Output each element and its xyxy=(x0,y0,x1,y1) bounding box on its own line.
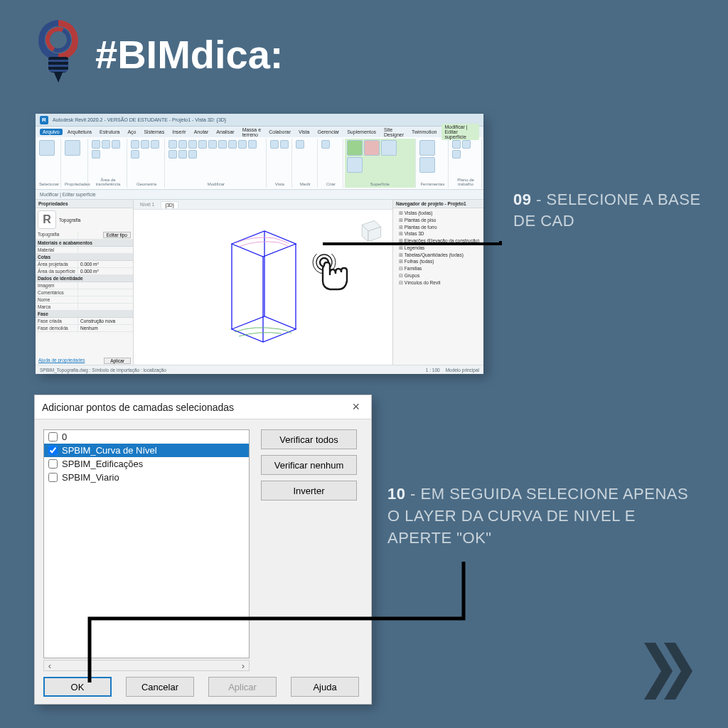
step-09-label: 09 - SELECIONE A BASE DE CAD xyxy=(513,189,705,231)
connector-09 xyxy=(323,241,513,267)
revit-ribbon: Selecionar Propriedades Área de transfer… xyxy=(36,137,483,190)
property-group: Fase xyxy=(36,311,133,318)
menu-item[interactable]: Massa e terreno xyxy=(240,127,264,138)
browser-item[interactable]: ⊞ Plantas de forro xyxy=(399,224,482,231)
menu-item[interactable]: Inserir xyxy=(169,129,188,135)
properties-apply-button[interactable]: Aplicar xyxy=(104,358,131,364)
view-tabs: Nível 1 {3D} xyxy=(134,200,392,210)
layer-label: SPBIM_Edificações xyxy=(62,459,143,469)
property-row[interactable]: Área projetada0.000 m² xyxy=(36,261,133,268)
svg-marker-3 xyxy=(232,231,296,257)
property-row[interactable]: Comentários xyxy=(36,289,133,296)
property-group: Cotas xyxy=(36,254,133,261)
status-left: SPBIM_Topografia.dwg : Símbolo de import… xyxy=(40,368,166,373)
menu-item[interactable]: Gerenciar xyxy=(314,129,342,135)
property-row[interactable]: Marca xyxy=(36,304,133,311)
layer-checkbox[interactable] xyxy=(48,473,58,482)
dialog-title: Adicionar pontos de camadas selecionadas xyxy=(42,402,234,413)
property-row[interactable]: Área da superfície0.000 m² xyxy=(36,268,133,275)
browser-item[interactable]: ⊞ Vistas 3D xyxy=(399,230,482,237)
bulb-icon xyxy=(36,20,82,88)
menu-item[interactable]: Suplementos xyxy=(344,129,379,135)
check-all-button[interactable]: Verificar todos xyxy=(261,429,357,449)
view-tab-active[interactable]: {3D} xyxy=(161,201,178,208)
property-row[interactable]: Fase demolidaNenhum xyxy=(36,325,133,332)
revit-menu: Arquivo Arquitetura Estrutura Aço Sistem… xyxy=(36,127,483,137)
file-menu[interactable]: Arquivo xyxy=(40,129,63,135)
page-title: #BIMdica: xyxy=(95,31,284,77)
menu-item[interactable]: Twinmotion xyxy=(409,129,439,135)
connector-10 xyxy=(82,562,466,687)
edit-type-button[interactable]: Editar tipo xyxy=(103,232,131,238)
properties-help-link[interactable]: Ajuda de propriedades xyxy=(38,358,85,364)
svg-marker-12 xyxy=(644,643,673,700)
project-browser: Navegador de projeto - Projeto1 ⊞ Vistas… xyxy=(392,200,483,365)
layer-label: SPBIM_Viario xyxy=(62,472,119,483)
revit-context-bar: Modificar | Editar superfície xyxy=(36,190,483,200)
menu-item[interactable]: Colaborar xyxy=(266,129,294,135)
menu-item[interactable]: Arquitetura xyxy=(65,129,95,135)
check-none-button[interactable]: Verificar nenhum xyxy=(261,455,357,475)
layer-label: SPBIM_Curva de Nível xyxy=(62,445,157,456)
view-tab[interactable]: Nível 1 xyxy=(136,201,158,208)
cad-base-object[interactable] xyxy=(218,225,310,358)
property-row[interactable]: Fase criadaConstrução nova xyxy=(36,318,133,325)
revit-canvas[interactable]: Nível 1 {3D} xyxy=(134,200,392,365)
status-scale: 1 : 100 xyxy=(426,368,440,373)
browser-header: Navegador de projeto - Projeto1 xyxy=(393,200,483,208)
menu-item[interactable]: Site Designer xyxy=(381,127,407,138)
properties-header: Propriedades xyxy=(36,200,133,208)
next-chevrons-icon[interactable] xyxy=(644,643,694,700)
menu-item[interactable]: Modificar | Editar superfície xyxy=(441,124,479,140)
svg-marker-8 xyxy=(232,316,296,342)
menu-item[interactable]: Estrutura xyxy=(97,129,122,135)
browser-item[interactable]: ⊟ Grupos xyxy=(399,272,482,279)
property-row[interactable]: Imagem xyxy=(36,282,133,289)
type-name: Topografia xyxy=(59,218,80,223)
revit-titlebar: R Autodesk Revit 2020.2 - VERSÃO DE ESTU… xyxy=(36,114,483,127)
property-group: Dados de identidade xyxy=(36,275,133,282)
layer-checkbox[interactable] xyxy=(48,459,58,469)
layer-checkbox[interactable] xyxy=(48,446,58,455)
revit-window-title: Autodesk Revit 2020.2 - VERSÃO DE ESTUDA… xyxy=(53,117,226,122)
revit-type-icon: R xyxy=(38,210,56,229)
browser-item[interactable]: ⊟ Vínculos do Revit xyxy=(399,279,482,287)
menu-item[interactable]: Sistemas xyxy=(141,129,167,135)
properties-panel: Propriedades R Topografia TopografiaEdit… xyxy=(36,200,134,365)
layer-row[interactable]: SPBIM_Curva de Nível xyxy=(44,444,249,457)
status-model: Modelo principal xyxy=(446,368,479,373)
layer-label: 0 xyxy=(62,432,67,442)
layer-row[interactable]: SPBIM_Edificações xyxy=(44,457,249,471)
menu-item[interactable]: Aço xyxy=(124,129,139,135)
browser-item[interactable]: ⊞ Vistas (todas) xyxy=(399,210,482,217)
step-10-label: 10 - EM SEGUIDA SELECIONE APENAS O LAYER… xyxy=(387,483,700,549)
layer-checkbox[interactable] xyxy=(48,432,58,441)
menu-item[interactable]: Analisar xyxy=(213,129,237,135)
menu-item[interactable]: Vista xyxy=(296,129,312,135)
revit-logo-icon: R xyxy=(40,116,48,124)
property-group: Materiais e acabamentos xyxy=(36,240,133,247)
revit-status-bar: SPBIM_Topografia.dwg : Símbolo de import… xyxy=(36,365,483,374)
property-row[interactable]: Material xyxy=(36,247,133,254)
close-icon[interactable]: × xyxy=(348,398,364,416)
browser-item[interactable]: ⊞ Plantas de piso xyxy=(399,217,482,224)
layer-row[interactable]: SPBIM_Viario xyxy=(44,471,249,484)
invert-button[interactable]: Inverter xyxy=(261,481,357,500)
property-row[interactable]: Nome xyxy=(36,296,133,304)
menu-item[interactable]: Anotar xyxy=(191,129,212,135)
page-header: #BIMdica: xyxy=(0,0,728,101)
layer-row[interactable]: 0 xyxy=(44,430,249,444)
